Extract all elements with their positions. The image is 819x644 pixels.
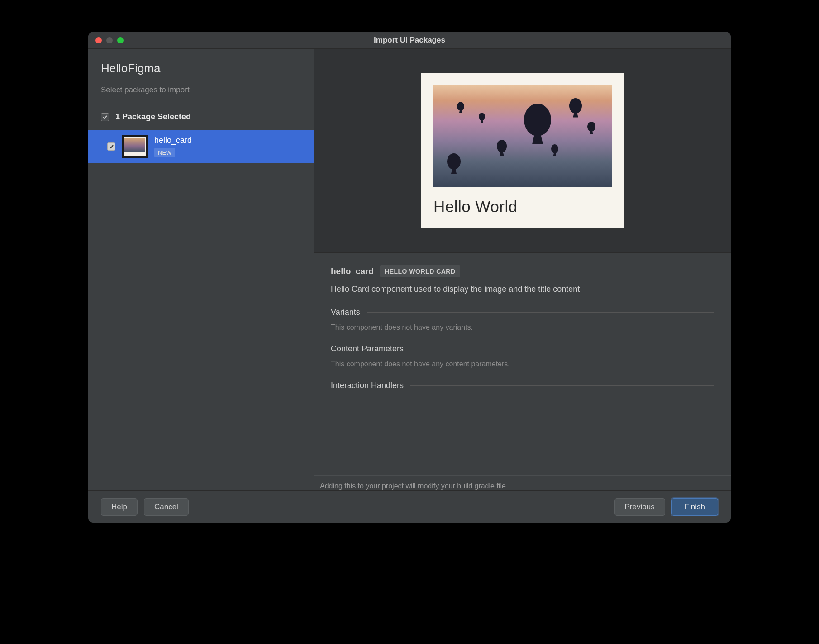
dialog-body: HelloFigma Select packages to import 1 P…	[88, 49, 731, 490]
package-checkbox[interactable]	[107, 142, 115, 151]
preview-card: Hello World	[421, 73, 624, 228]
button-bar: Help Cancel Previous Finish	[88, 490, 731, 523]
sidebar-subtitle: Select packages to import	[101, 85, 301, 95]
titlebar: Import UI Packages	[88, 32, 731, 49]
content-params-text: This component does not have any content…	[331, 360, 714, 368]
previous-button[interactable]: Previous	[614, 498, 665, 516]
package-name-label: hello_card	[154, 136, 192, 145]
footer-note: Adding this to your project will modify …	[314, 475, 731, 490]
package-item-hello-card[interactable]: hello_card NEW	[88, 130, 314, 163]
minimize-icon[interactable]	[106, 37, 113, 43]
variants-text: This component does not have any variant…	[331, 323, 714, 331]
variants-title: Variants	[331, 308, 714, 317]
interaction-section: Interaction Handlers	[331, 381, 714, 390]
sidebar: HelloFigma Select packages to import 1 P…	[88, 49, 314, 490]
close-icon[interactable]	[95, 37, 102, 43]
component-name: hello_card	[331, 266, 374, 276]
content-params-section: Content Parameters This component does n…	[331, 344, 714, 368]
window-title: Import UI Packages	[374, 36, 445, 45]
preview-card-title: Hello World	[433, 198, 612, 216]
traffic-lights	[88, 37, 124, 43]
interaction-title: Interaction Handlers	[331, 381, 714, 390]
cancel-button[interactable]: Cancel	[144, 498, 189, 516]
component-badge: HELLO WORLD CARD	[380, 265, 460, 277]
finish-button[interactable]: Finish	[671, 498, 718, 516]
dialog-window: Import UI Packages HelloFigma Select pac…	[88, 32, 731, 523]
details-panel: hello_card HELLO WORLD CARD Hello Card c…	[314, 252, 731, 475]
package-info: hello_card NEW	[154, 136, 192, 157]
preview-image	[433, 85, 612, 187]
sidebar-header: HelloFigma Select packages to import	[88, 49, 314, 104]
preview-area: Hello World	[314, 49, 731, 252]
component-description: Hello Card component used to display the…	[331, 284, 714, 294]
check-icon	[102, 114, 108, 120]
project-title: HelloFigma	[101, 62, 301, 76]
variants-section: Variants This component does not have an…	[331, 308, 714, 331]
maximize-icon[interactable]	[117, 37, 124, 43]
package-thumbnail	[122, 135, 148, 158]
new-badge: NEW	[154, 148, 175, 157]
detail-header: hello_card HELLO WORLD CARD	[331, 265, 714, 277]
check-icon	[109, 144, 114, 149]
content-params-title: Content Parameters	[331, 344, 714, 354]
selected-count-label: 1 Package Selected	[115, 112, 191, 122]
main-panel: Hello World hello_card HELLO WORLD CARD …	[314, 49, 731, 490]
select-all-checkbox[interactable]	[101, 113, 109, 121]
help-button[interactable]: Help	[101, 498, 138, 516]
selected-row: 1 Package Selected	[88, 104, 314, 130]
